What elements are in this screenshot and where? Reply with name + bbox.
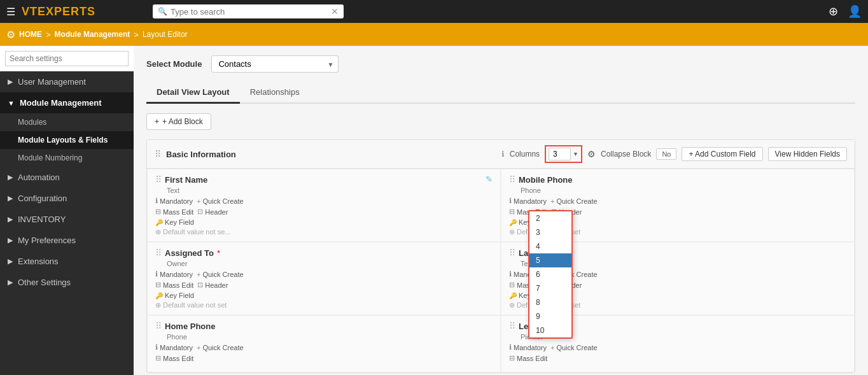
quick-create-icon-hp: + — [197, 344, 200, 351]
sidebar-label-automation: Automation — [18, 173, 60, 182]
dropdown-option-10[interactable]: 10 — [529, 323, 571, 337]
hamburger-icon[interactable]: ☰ — [6, 6, 15, 18]
quick-create-opt-lead-source[interactable]: + Quick Create — [550, 343, 598, 351]
dropdown-option-8[interactable]: 8 — [529, 295, 571, 309]
arrow-icon-extensions: ▶ — [8, 257, 13, 265]
tab-detail-view-layout[interactable]: Detail View Layout — [146, 82, 240, 104]
field-options3-first-name: 🔑 Key Field — [155, 218, 244, 226]
search-input[interactable] — [171, 7, 330, 17]
drag-handle-assigned-to[interactable]: ⠿ — [155, 248, 162, 258]
mass-edit-label-hp: Mass Edit — [163, 355, 193, 362]
field-cell-header-first-name: ⠿ First Name — [155, 174, 244, 185]
sidebar-item-inventory[interactable]: ▶ INVENTORY — [0, 209, 134, 230]
sidebar-item-module-numbering[interactable]: Module Numbering — [0, 149, 134, 167]
mass-edit-opt-lead-source[interactable]: ⊟ Mass Edit — [509, 354, 547, 362]
edit-pencil-first-name[interactable]: ✎ — [486, 174, 493, 184]
key-field-icon-mp: 🔑 — [509, 219, 517, 226]
dropdown-option-5[interactable]: 5 — [529, 253, 571, 267]
sidebar-item-modules[interactable]: Modules — [0, 113, 134, 131]
columns-select[interactable]: 2 3 4 3 — [549, 148, 571, 160]
sidebar-item-module-management[interactable]: ▼ Module Management — [0, 92, 134, 113]
add-icon[interactable]: ⊕ — [829, 4, 838, 18]
drag-handle-first-name[interactable]: ⠿ — [155, 174, 162, 185]
drag-handle-home-phone[interactable]: ⠿ — [155, 321, 162, 331]
mandatory-opt-lead-source[interactable]: ℹ Mandatory — [509, 343, 547, 351]
block-body: ⠿ First Name Text ℹ Mandatory + — [147, 169, 855, 372]
mass-edit-opt-assigned-to[interactable]: ⊟ Mass Edit — [155, 281, 193, 289]
module-select[interactable]: Contacts — [211, 55, 339, 73]
sidebar-item-module-layouts[interactable]: Module Layouts & Fields — [0, 131, 134, 149]
block-drag-handle[interactable]: ⠿ — [155, 149, 161, 159]
mandatory-info-icon-at: ℹ — [155, 270, 158, 278]
top-right-actions: ⊕ 👤 — [829, 4, 862, 18]
drag-handle-last-name[interactable]: ⠿ — [509, 248, 515, 258]
columns-dropdown-area[interactable]: 2 3 4 3 ▼ — [545, 145, 582, 163]
module-management-link[interactable]: Module Management — [55, 30, 130, 39]
home-link[interactable]: HOME — [19, 30, 42, 39]
sidebar-label-module-layouts: Module Layouts & Fields — [18, 136, 108, 145]
mandatory-opt-first-name[interactable]: ℹ Mandatory — [155, 197, 193, 205]
field-type-assigned-to: Owner — [155, 260, 244, 267]
quick-create-label-mp: Quick Create — [556, 197, 597, 205]
sidebar-item-extensions[interactable]: ▶ Extensions — [0, 251, 134, 272]
module-select-wrapper[interactable]: Contacts — [211, 55, 339, 73]
field-cell-header-assigned-to: ⠿ Assigned To * — [155, 248, 244, 258]
sidebar-item-user-management[interactable]: ▶ User Management — [0, 71, 134, 92]
key-field-opt-first-name[interactable]: 🔑 Key Field — [155, 218, 194, 226]
drag-handle-lead-source[interactable]: ⠿ — [509, 321, 515, 331]
sidebar-item-automation[interactable]: ▶ Automation — [0, 167, 134, 188]
sidebar-search-container[interactable] — [0, 46, 134, 71]
field-options-assigned-to: ℹ Mandatory + Quick Create — [155, 270, 244, 278]
breadcrumb-sep2: > — [134, 30, 139, 39]
sidebar-item-my-preferences[interactable]: ▶ My Preferences — [0, 230, 134, 251]
dropdown-option-3[interactable]: 3 — [529, 225, 571, 239]
global-search-bar[interactable]: 🔍 ✕ — [153, 4, 344, 18]
key-field-opt-assigned-to[interactable]: 🔑 Key Field — [155, 292, 194, 299]
mass-edit-label: Mass Edit — [163, 208, 193, 216]
mass-edit-icon-ln: ⊟ — [509, 281, 515, 289]
arrow-icon-other: ▶ — [8, 278, 13, 287]
quick-create-opt-assigned-to[interactable]: + Quick Create — [197, 270, 244, 278]
logo-vt: VT — [22, 5, 38, 18]
sidebar-item-configuration[interactable]: ▶ Configuration — [0, 188, 134, 209]
mass-edit-opt-home-phone[interactable]: ⊟ Mass Edit — [155, 354, 193, 362]
arrow-icon-module: ▼ — [8, 99, 15, 107]
arrow-icon-automation: ▶ — [8, 173, 13, 181]
sidebar-search-input[interactable] — [5, 51, 129, 66]
mandatory-opt-assigned-to[interactable]: ℹ Mandatory — [155, 270, 193, 278]
add-block-button[interactable]: + + Add Block — [146, 113, 211, 130]
breadcrumb-home[interactable]: HOME — [19, 30, 42, 39]
field-default-assigned-to: ⊕ Default value not set — [155, 301, 244, 309]
add-block-plus-icon: + — [155, 117, 159, 126]
columns-dropdown-overlay[interactable]: 2 3 4 5 6 7 8 9 10 — [528, 210, 573, 339]
profile-icon[interactable]: 👤 — [848, 4, 862, 18]
dropdown-option-4[interactable]: 4 — [529, 239, 571, 253]
quick-create-opt-first-name[interactable]: + Quick Create — [197, 197, 244, 205]
collapse-no-button[interactable]: No — [656, 148, 676, 160]
clear-search-icon[interactable]: ✕ — [331, 6, 339, 17]
field-cell-header-home-phone: ⠿ Home Phone — [155, 321, 244, 331]
dropdown-option-6[interactable]: 6 — [529, 267, 571, 281]
dropdown-option-2[interactable]: 2 — [529, 211, 571, 225]
tab-relationships[interactable]: Relationships — [240, 82, 310, 104]
gear-icon[interactable]: ⚙ — [587, 149, 596, 159]
drag-handle-mobile-phone[interactable]: ⠿ — [509, 174, 515, 185]
quick-create-opt-mobile-phone[interactable]: + Quick Create — [550, 197, 598, 205]
quick-create-opt-home-phone[interactable]: + Quick Create — [197, 343, 244, 351]
logo: VTEXPERTS — [22, 5, 95, 18]
view-hidden-fields-button[interactable]: View Hidden Fields — [768, 147, 848, 161]
mass-edit-opt-first-name[interactable]: ⊟ Mass Edit — [155, 208, 193, 216]
required-star-assigned-to: * — [217, 248, 220, 258]
add-custom-field-button[interactable]: + Add Custom Field — [682, 147, 762, 161]
field-type-first-name: Text — [155, 187, 244, 194]
field-name-mobile-phone: Mobile Phone — [519, 175, 573, 185]
dropdown-option-9[interactable]: 9 — [529, 309, 571, 323]
dropdown-option-7[interactable]: 7 — [529, 281, 571, 295]
mandatory-opt-mobile-phone[interactable]: ℹ Mandatory — [509, 197, 547, 205]
breadcrumb-module-management[interactable]: Module Management — [55, 30, 130, 39]
sidebar-item-other-settings[interactable]: ▶ Other Settings — [0, 272, 134, 293]
mandatory-opt-home-phone[interactable]: ℹ Mandatory — [155, 343, 193, 351]
mandatory-info-icon-mp: ℹ — [509, 197, 512, 205]
header-opt-assigned-to[interactable]: ⊡ Header — [197, 281, 228, 289]
header-opt-first-name[interactable]: ⊡ Header — [197, 208, 228, 216]
